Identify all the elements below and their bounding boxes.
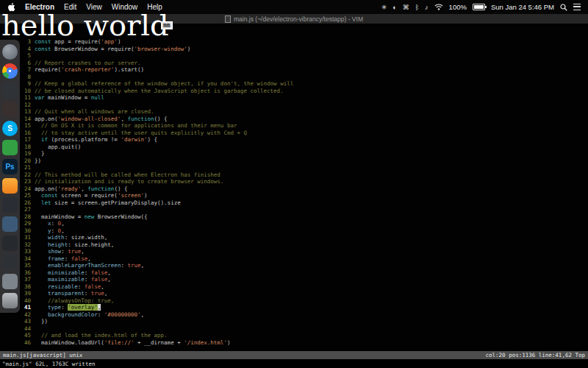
code-line-15: 15 // On OS X it is common for applicati… [21, 122, 588, 130]
line-number: 29 [21, 220, 31, 227]
dock-app-dark-3[interactable] [2, 197, 18, 213]
spotlight-icon[interactable] [560, 4, 567, 11]
code-line-41: 41 type: 'overlay', [21, 304, 588, 311]
code-line-6: 6// Report crashes to our server. [21, 60, 588, 67]
line-number: 10 [21, 88, 31, 95]
code-line-42: 42 backgroundColor: '#00000000', [21, 311, 588, 319]
dock-launchpad[interactable] [2, 44, 18, 60]
code-line-9: 9// Keep a global reference of the windo… [21, 80, 588, 88]
code-line-7: 7require('crash-reporter').start() [21, 66, 588, 74]
line-number: 45 [21, 332, 31, 339]
wifi-icon[interactable] [434, 4, 443, 10]
battery-percent: 100% [449, 3, 467, 11]
line-number: 13 [21, 108, 31, 116]
dock: SPs [0, 40, 20, 313]
line-number: 11 [21, 94, 31, 102]
menu-extras: ✳◐⌘ᛒ♪ [381, 4, 429, 11]
code-line-21: 21 [21, 164, 588, 171]
dock-app-dark-1[interactable] [2, 82, 18, 98]
code-line-12: 12 [21, 102, 588, 109]
dock-skype[interactable]: S [2, 121, 18, 136]
battery-icon[interactable] [473, 4, 485, 10]
code-line-33: 33 show: true, [21, 248, 588, 255]
line-number: 12 [21, 102, 31, 109]
line-number: 5 [21, 52, 31, 60]
code-line-31: 31 width: size.width, [21, 234, 588, 241]
line-number: 30 [21, 227, 31, 235]
line-number: 15 [21, 122, 31, 130]
vim-editor[interactable]: 3const app = require('app')4const Browse… [21, 38, 588, 351]
dock-trash[interactable] [2, 293, 18, 308]
code-line-16: 16 // to stay active until the user quit… [21, 130, 588, 137]
code-line-13: 13// Quit when all windows are closed. [21, 108, 588, 116]
status-file-info: main.js[javascript] unix [3, 352, 82, 358]
code-line-23: 23// initialization and is ready to crea… [21, 178, 588, 185]
line-number: 7 [21, 66, 31, 74]
input-menu-icon[interactable]: ⌘ [403, 4, 409, 11]
line-number: 39 [21, 290, 31, 297]
code-line-30: 30 y: 0, [21, 227, 588, 235]
code-line-36: 36 minimizable: false, [21, 269, 588, 277]
line-number: 18 [21, 144, 31, 151]
line-number: 4 [21, 46, 31, 53]
document-icon [225, 15, 231, 23]
status-cursor-info: col:20 pos:1136 line:41,62 Top [486, 352, 585, 358]
code-line-17: 17 if (process.platform != 'darwin') { [21, 136, 588, 144]
dock-app-green[interactable] [2, 140, 18, 155]
dock-app-dark-2[interactable] [2, 102, 18, 117]
line-number: 22 [21, 171, 31, 179]
line-number: 21 [21, 164, 31, 171]
menu-bar-clock[interactable]: Sun Jan 24 5:46 PM [491, 3, 554, 11]
line-number: 46 [21, 339, 31, 347]
code-line-26: 26 let size = screen.getPrimaryDisplay()… [21, 199, 588, 207]
volume-icon[interactable]: ♪ [425, 4, 429, 11]
dock-app-dark-5[interactable] [2, 255, 18, 270]
code-line-35: 35 enableLargerThanScreen: true, [21, 262, 588, 269]
code-line-25: 25 const screen = require('screen') [21, 192, 588, 199]
code-line-37: 37 maximizable: false, [21, 276, 588, 283]
line-number: 40 [21, 297, 31, 305]
line-number: 25 [21, 192, 31, 199]
code-line-29: 29 x: 0, [21, 220, 588, 227]
code-line-22: 22// This method will be called when Ele… [21, 171, 588, 179]
command-line-message: "main.js" 62L, 1763C written [2, 361, 95, 367]
line-number: 36 [21, 269, 31, 277]
dock-chrome[interactable] [2, 63, 18, 79]
line-number: 8 [21, 74, 31, 81]
line-number: 17 [21, 136, 31, 144]
line-number: 26 [21, 199, 31, 207]
line-number: 9 [21, 80, 31, 88]
bluetooth-icon[interactable]: ᛒ [415, 4, 419, 11]
code-line-45: 45 // and load the index.html of the app… [21, 332, 588, 339]
dock-app-dark-4[interactable] [2, 236, 18, 251]
line-number: 24 [21, 185, 31, 193]
code-line-24: 24app.on('ready', function() { [21, 185, 588, 193]
code-line-32: 32 height: size.height, [21, 241, 588, 249]
dock-app-grey[interactable] [2, 274, 18, 289]
window-title: main.js (~/dev/electron-vibrancy/testapp… [234, 15, 363, 23]
code-line-10: 10// be closed automatically when the Ja… [21, 88, 588, 95]
code-line-34: 34 frame: false, [21, 255, 588, 263]
line-number: 6 [21, 60, 31, 67]
code-line-11: 11var mainWindow = null [21, 94, 588, 102]
code-line-28: 28 mainWindow = new BrowserWindow({ [21, 213, 588, 221]
line-number: 43 [21, 318, 31, 325]
dock-app-orange[interactable] [2, 178, 18, 194]
code-line-39: 39 transparent: true, [21, 290, 588, 297]
line-number: 20 [21, 158, 31, 165]
code-line-20: 20}) [21, 158, 588, 165]
dock-app-blue[interactable] [2, 216, 18, 232]
asterisk-menu-icon[interactable]: ✳ [381, 4, 387, 11]
dock-photoshop[interactable]: Ps [2, 159, 18, 174]
hello-world-overlay-text: hello world [1, 10, 169, 40]
line-number: 23 [21, 178, 31, 185]
vim-command-line: "main.js" 62L, 1763C written [0, 359, 588, 368]
line-number: 35 [21, 262, 31, 269]
flux-menu-icon[interactable]: ◐ [392, 4, 396, 11]
code-line-46: 46 mainWindow.loadUrl('file://' + __dirn… [21, 339, 588, 347]
line-number: 28 [21, 213, 31, 221]
line-number: 27 [21, 206, 31, 213]
line-number: 38 [21, 283, 31, 291]
notification-center-icon[interactable] [573, 4, 581, 10]
line-number: 14 [21, 116, 31, 123]
